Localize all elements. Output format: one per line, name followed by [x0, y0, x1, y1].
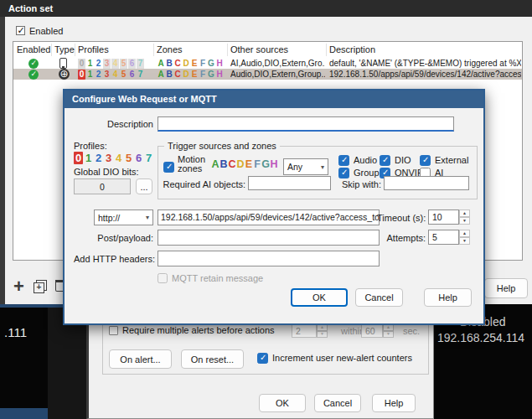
profiles-selector[interactable]: 01234567 — [74, 152, 154, 164]
spin-down-icon[interactable]: ▼ — [317, 331, 328, 339]
zone-letter[interactable]: H — [270, 158, 278, 171]
col-header-zones[interactable]: Zones — [157, 42, 225, 58]
zone-letter: D — [182, 69, 190, 80]
spin-down-icon[interactable]: ▼ — [459, 237, 470, 245]
cancel-button[interactable]: Cancel — [355, 288, 403, 307]
on-alert-button[interactable]: On alert... — [109, 349, 172, 369]
column-separator[interactable] — [51, 44, 52, 56]
zones-selector[interactable]: ABCDEFGH — [211, 158, 278, 171]
globe-icon — [59, 69, 70, 80]
help-button[interactable]: Help — [484, 278, 528, 298]
zone-letter: C — [173, 69, 182, 80]
column-separator[interactable] — [326, 44, 327, 56]
zone-letter[interactable]: E — [245, 158, 253, 171]
zone-letter: F — [199, 69, 207, 80]
profile-digit[interactable]: 1 — [84, 152, 93, 164]
profiles-cell: 01234567 — [78, 58, 153, 69]
increment-counters-checkbox[interactable]: Increment user new-alert counters — [257, 353, 412, 364]
external-checkbox[interactable]: External — [420, 155, 468, 166]
ok-button[interactable]: OK — [259, 394, 306, 412]
enabled-checkbox[interactable] — [16, 26, 25, 35]
mqtt-retain-checkbox[interactable]: MQTT retain message — [158, 273, 263, 284]
profile-digit: 7 — [137, 59, 144, 69]
ok-button[interactable]: OK — [291, 288, 348, 307]
profiles-cell: 01234567 — [78, 69, 153, 80]
attempts-field[interactable]: 5 — [428, 230, 459, 245]
add-action-button[interactable] — [13, 278, 24, 295]
profile-digit[interactable]: 7 — [144, 152, 153, 164]
profile-digit[interactable]: 5 — [124, 152, 133, 164]
timeout-label: Timeout (s): — [377, 213, 426, 223]
zone-letter[interactable]: B — [220, 158, 228, 171]
spin-down-icon[interactable]: ▼ — [383, 331, 394, 339]
scheme-value: http:// — [98, 213, 120, 223]
audio-checkbox[interactable]: Audio — [338, 155, 377, 166]
dio-checkbox[interactable]: DIO — [380, 155, 411, 166]
profile-digit: 2 — [95, 59, 102, 69]
profile-digit: 6 — [128, 70, 136, 80]
profile-digit: 4 — [111, 59, 119, 69]
zone-letter[interactable]: C — [228, 158, 236, 171]
zone-letter: E — [190, 58, 199, 69]
col-header-enabled[interactable]: Enabled — [17, 42, 52, 58]
http-headers-label: Add HTTP headers: — [74, 254, 153, 264]
column-separator[interactable] — [153, 44, 154, 56]
alert-count-field[interactable]: 2 — [292, 323, 317, 338]
profile-digit[interactable]: 6 — [134, 152, 143, 164]
within-seconds-field[interactable]: 60 — [361, 323, 383, 338]
profile-digit[interactable]: 3 — [104, 152, 113, 164]
col-header-other-sources[interactable]: Other sources — [230, 42, 324, 58]
spin-down-icon[interactable]: ▼ — [459, 217, 470, 225]
enabled-check-icon — [28, 70, 39, 80]
zone-letter: H — [215, 69, 224, 80]
scheme-dropdown[interactable]: http:// ▾ — [94, 210, 153, 225]
skip-with-label: Skip with: — [335, 179, 381, 189]
help-button[interactable]: Help — [372, 394, 416, 412]
profile-digit[interactable]: 0 — [74, 152, 83, 164]
http-headers-input[interactable] — [158, 251, 380, 266]
profile-digit[interactable]: 2 — [94, 152, 103, 164]
timeout-field[interactable]: 10 — [428, 210, 459, 225]
zone-letter: G — [207, 69, 215, 80]
col-header-description[interactable]: Description — [329, 42, 480, 58]
profile-digit[interactable]: 4 — [114, 152, 123, 164]
motion-zones-checkbox[interactable] — [163, 162, 174, 173]
zone-letter[interactable]: A — [211, 158, 220, 171]
action-set-titlebar: Action set — [0, 0, 532, 17]
column-separator[interactable] — [75, 44, 75, 56]
table-row[interactable]: 01234567 ABCDEFGH AI,Audio,DIO,Extern,Gr… — [13, 58, 522, 69]
chevron-down-icon: ▾ — [321, 163, 324, 171]
attempts-spinner[interactable]: ▲▼ — [459, 230, 470, 245]
skip-with-input[interactable] — [384, 176, 469, 190]
table-row-selected[interactable]: 01234567 ABCDEFGH Audio,DIO,Extern,Group… — [13, 69, 522, 80]
timeout-spinner[interactable]: ▲▼ — [459, 210, 470, 225]
on-reset-button[interactable]: On reset... — [181, 349, 244, 369]
post-payload-input[interactable] — [158, 230, 380, 246]
zone-mode-dropdown[interactable]: Any ▾ — [283, 158, 328, 175]
zone-letter: B — [165, 69, 173, 80]
description-input[interactable] — [158, 116, 454, 132]
global-dio-field[interactable]: 0 — [74, 178, 131, 194]
require-multiple-alerts-checkbox[interactable]: Require multiple alerts before actions — [109, 326, 275, 335]
spin-up-icon[interactable]: ▲ — [459, 230, 470, 237]
profile-digit: 2 — [95, 70, 102, 80]
zone-letter[interactable]: F — [253, 158, 261, 171]
copy-action-button[interactable] — [34, 280, 47, 293]
alert-count-spinner[interactable]: ▲▼ — [317, 323, 328, 338]
enabled-label: Enabled — [29, 26, 63, 36]
url-input[interactable]: 192.168.1.50/apps/api/59/devices/142/act… — [158, 210, 380, 225]
spin-up-icon[interactable]: ▲ — [459, 210, 470, 217]
other-sources-cell: Audio,DIO,Extern,Group... — [230, 69, 325, 80]
zone-letter[interactable]: G — [261, 158, 270, 171]
within-seconds-spinner[interactable]: ▲▼ — [383, 323, 394, 338]
group-checkbox[interactable]: Group — [338, 168, 380, 178]
column-separator[interactable] — [227, 44, 228, 56]
required-ai-input[interactable] — [248, 176, 331, 190]
cancel-button[interactable]: Cancel — [314, 394, 361, 412]
dio-browse-button[interactable]: ... — [136, 178, 152, 194]
zone-letter[interactable]: D — [236, 158, 245, 171]
description-cell: 192.168.1.50/apps/api/59/devices/142/act… — [329, 69, 521, 80]
col-header-profiles[interactable]: Profiles — [78, 42, 152, 58]
dialog-titlebar: Configure Web Request or MQTT — [65, 91, 483, 108]
help-button[interactable]: Help — [424, 288, 472, 307]
